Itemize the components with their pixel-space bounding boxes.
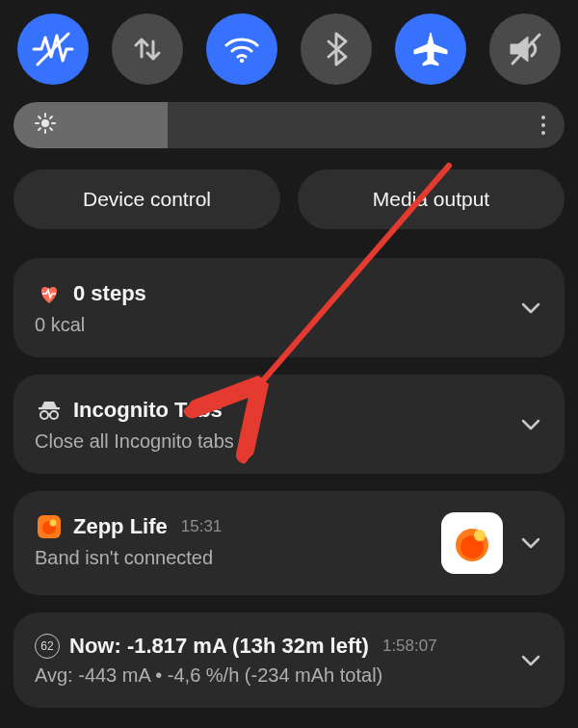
notification-title: Now: -1.817 mA (13h 32m left) [69, 634, 369, 659]
svg-line-9 [50, 128, 52, 130]
quick-settings-row [13, 8, 565, 102]
svg-line-8 [39, 117, 40, 118]
notification-time: 15:31 [181, 517, 223, 536]
notification-title: 0 steps [73, 281, 146, 306]
vitals-zigzag-icon [32, 28, 74, 70]
svg-point-20 [474, 530, 486, 541]
qs-wifi-toggle[interactable] [206, 13, 277, 85]
chevron-down-icon[interactable] [520, 301, 541, 315]
notification-zepp-life[interactable]: Zepp Life 15:31 Band isn't connected [13, 491, 565, 595]
notification-incognito[interactable]: Incognito Tabs Close all Incognito tabs [13, 375, 565, 474]
notification-heart-monitor[interactable]: 0 steps 0 kcal [13, 258, 565, 357]
notification-subtitle: Avg: -443 mA • -4,6 %/h (-234 mAh total) [35, 664, 520, 687]
svg-point-17 [50, 520, 57, 527]
sound-mute-icon [505, 29, 545, 69]
notification-subtitle: 0 kcal [35, 314, 520, 336]
chevron-down-icon[interactable] [520, 536, 541, 550]
qs-bluetooth-toggle[interactable] [301, 13, 372, 85]
notification-subtitle: Close all Incognito tabs [35, 430, 520, 453]
svg-line-11 [39, 128, 40, 130]
qs-vitals-toggle[interactable] [17, 13, 89, 85]
incognito-icon [35, 396, 64, 425]
footer-row: Notification settings Clear [13, 719, 565, 728]
airplane-icon [410, 29, 451, 69]
notification-time: 1:58:07 [382, 637, 437, 656]
brightness-slider[interactable] [13, 102, 565, 148]
zepp-app-icon [35, 512, 64, 541]
shortcut-pills: Device control Media output [13, 169, 565, 229]
notification-battery[interactable]: 62 Now: -1.817 mA (13h 32m left) 1:58:07… [13, 612, 565, 708]
notification-title: Incognito Tabs [73, 398, 223, 423]
qs-mute-toggle[interactable] [489, 13, 561, 85]
svg-line-10 [50, 117, 52, 118]
notification-subtitle: Band isn't connected [35, 547, 441, 569]
qs-airplane-toggle[interactable] [395, 13, 466, 85]
battery-badge-icon: 62 [35, 634, 60, 659]
svg-point-13 [40, 411, 48, 419]
qs-mobiledata-toggle[interactable] [112, 13, 183, 85]
heart-icon [35, 279, 64, 308]
brightness-more-icon[interactable] [541, 116, 545, 135]
svg-point-14 [50, 411, 58, 419]
chevron-down-icon[interactable] [520, 418, 541, 431]
svg-point-1 [240, 59, 244, 63]
bluetooth-icon [317, 30, 355, 68]
notification-title: Zepp Life [73, 514, 168, 539]
svg-point-3 [41, 119, 49, 127]
zepp-thumbnail-icon [441, 512, 503, 574]
data-swap-icon [128, 30, 167, 68]
wifi-icon [221, 28, 263, 70]
chevron-down-icon[interactable] [520, 654, 541, 667]
svg-rect-12 [39, 407, 60, 409]
device-control-button[interactable]: Device control [13, 169, 280, 229]
brightness-sun-icon [35, 113, 56, 138]
media-output-button[interactable]: Media output [298, 169, 565, 229]
